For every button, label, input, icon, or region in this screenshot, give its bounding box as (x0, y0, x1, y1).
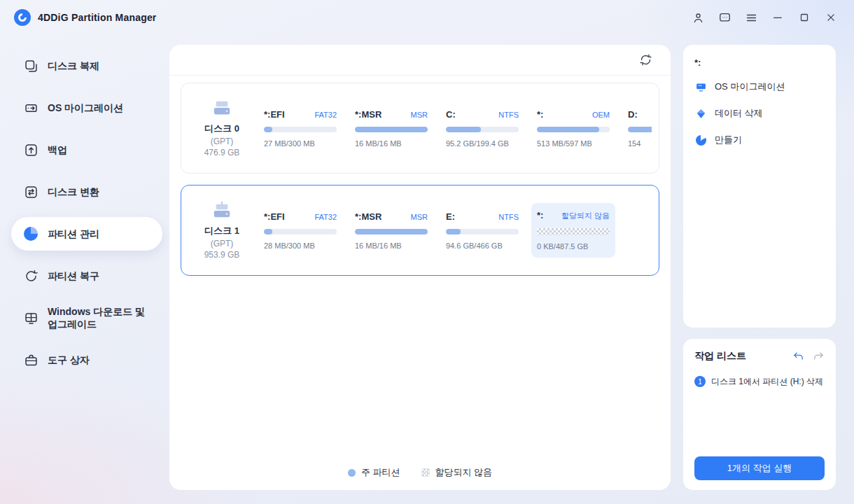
redo-icon[interactable] (813, 351, 825, 363)
sidebar-item-partition-recover[interactable]: 파티션 복구 (11, 259, 162, 293)
action-label: 만들기 (715, 134, 742, 146)
action-create-partition[interactable]: 만들기 (694, 134, 825, 146)
unallocated-icon (421, 468, 430, 477)
sidebar-item-label: 디스크 복제 (48, 59, 99, 72)
sidebar-item-label: 도구 상자 (48, 354, 90, 366)
legend-primary: 주 파티션 (348, 466, 400, 479)
sidebar-item-partition-manage[interactable]: 파티션 관리 (11, 217, 162, 251)
legend: 주 파티션 할당되지 않음 (169, 466, 671, 479)
partition-efi[interactable]: *:EFIFAT32 28 MB/300 MB (258, 204, 342, 257)
app-title: 4DDiG Partition Manager (38, 12, 157, 23)
partition-name: *:EFI (264, 109, 285, 120)
partition-list: *:EFIFAT32 27 MB/300 MB *:MSRMSR 16 MB/1… (258, 102, 652, 155)
sidebar-item-label: 파티션 관리 (48, 227, 99, 240)
partition-usage-bar (355, 127, 428, 132)
partition-fs: FAT32 (314, 213, 337, 221)
partition-actions-title: *: (694, 57, 825, 68)
partition-usage-text: 154 (628, 139, 652, 148)
partition-d[interactable]: D: 154 (622, 102, 652, 155)
maximize-button[interactable] (794, 7, 815, 28)
sidebar-item-toolbox[interactable]: 도구 상자 (11, 343, 162, 377)
os-migration-icon (22, 99, 39, 116)
partition-name: *: (537, 109, 543, 120)
minimize-button[interactable] (767, 7, 788, 28)
partition-usage-bar (628, 127, 652, 132)
partition-fs: FAT32 (314, 111, 337, 119)
partition-name: *: (537, 210, 543, 220)
legend-unallocated: 할당되지 않음 (421, 466, 493, 479)
partition-fs: NTFS (498, 213, 519, 221)
sidebar-item-label: Windows 다운로드 및 업그레이드 (48, 305, 151, 330)
partition-usage-text: 16 MB/16 MB (355, 139, 428, 148)
task-list-title: 작업 리스트 (694, 350, 746, 363)
sidebar-item-backup[interactable]: 백업 (11, 133, 162, 167)
feedback-icon[interactable] (714, 7, 735, 28)
partition-usage-bar (446, 127, 519, 132)
account-icon[interactable] (687, 7, 708, 28)
disk-info: 디스크 0 (GPT) 476.9 GB (186, 99, 258, 158)
sidebar-item-disk-convert[interactable]: 디스크 변환 (11, 175, 162, 209)
partition-name: *:EFI (264, 211, 285, 222)
right-panel: *: OS 마이그레이션 데이터 삭제 만들기 작업 리스트 (683, 45, 836, 490)
disk-icon (211, 201, 233, 220)
partition-name: *:MSR (355, 211, 382, 222)
sidebar-item-label: 파티션 복구 (48, 270, 99, 282)
menu-icon[interactable] (741, 7, 762, 28)
partition-usage-bar (355, 229, 428, 234)
disk-name: 디스크 1 (204, 225, 239, 237)
partition-msr[interactable]: *:MSRMSR 16 MB/16 MB (349, 102, 433, 155)
disk-clone-icon (22, 57, 39, 74)
os-migration-icon (694, 80, 707, 93)
partition-usage-bar (537, 127, 610, 132)
partition-actions-card: *: OS 마이그레이션 데이터 삭제 만들기 (683, 45, 836, 328)
partition-msr[interactable]: *:MSRMSR 16 MB/16 MB (349, 204, 433, 257)
titlebar: 4DDiG Partition Manager (0, 0, 854, 35)
partition-usage-bar (264, 229, 337, 234)
sidebar-item-windows-upgrade[interactable]: Windows 다운로드 및 업그레이드 (11, 301, 162, 335)
partition-usage-bar (264, 127, 337, 132)
partition-fs: 할당되지 않음 (561, 211, 610, 221)
disk-size: 476.9 GB (204, 148, 240, 158)
toolbox-icon (22, 351, 39, 368)
partition-unallocated-bar (537, 228, 610, 235)
refresh-icon[interactable] (636, 50, 655, 70)
sidebar-item-disk-clone[interactable]: 디스크 복제 (11, 49, 162, 83)
task-item: 1 디스크 1에서 파티션 (H:) 삭제 (694, 375, 825, 388)
partition-usage-text: 0 KB/487.5 GB (537, 242, 610, 251)
partition-name: D: (628, 109, 638, 120)
disk-icon (211, 99, 233, 118)
partition-name: E: (446, 211, 455, 222)
disk-row-1[interactable]: 디스크 1 (GPT) 953.9 GB *:EFIFAT32 28 MB/30… (181, 185, 659, 276)
app-logo-icon (14, 9, 31, 26)
partition-e[interactable]: E:NTFS 94.6 GB/466 GB (440, 204, 524, 257)
disk-scheme: (GPT) (211, 136, 234, 146)
partition-name: *:MSR (355, 109, 382, 120)
action-os-migration[interactable]: OS 마이그레이션 (694, 80, 825, 93)
data-erase-icon (694, 107, 707, 120)
partition-fs: MSR (411, 111, 428, 119)
primary-partition-icon (348, 469, 356, 477)
partition-fs: NTFS (498, 111, 519, 119)
partition-fs: OEM (592, 111, 610, 119)
sidebar: 디스크 복제 OS 마이그레이션 백업 디스크 변환 파티션 관리 (11, 45, 162, 490)
action-data-erase[interactable]: 데이터 삭제 (694, 107, 825, 120)
partition-oem[interactable]: *:OEM 513 MB/597 MB (531, 102, 615, 155)
disk-row-0[interactable]: 디스크 0 (GPT) 476.9 GB *:EFIFAT32 27 MB/30… (181, 83, 659, 174)
disk-scheme: (GPT) (211, 239, 234, 248)
backup-icon (22, 141, 39, 158)
partition-name: C: (446, 109, 456, 120)
undo-icon[interactable] (792, 351, 804, 363)
partition-usage-text: 16 MB/16 MB (355, 241, 428, 250)
partition-c[interactable]: C:NTFS 95.2 GB/199.4 GB (440, 102, 524, 155)
partition-efi[interactable]: *:EFIFAT32 27 MB/300 MB (258, 102, 342, 155)
close-button[interactable] (820, 7, 841, 28)
partition-usage-text: 95.2 GB/199.4 GB (446, 139, 519, 148)
partition-unallocated[interactable]: *:할당되지 않음 0 KB/487.5 GB (531, 203, 615, 258)
disk-name: 디스크 0 (204, 122, 239, 135)
sidebar-item-os-migration[interactable]: OS 마이그레이션 (11, 91, 162, 125)
execute-tasks-button[interactable]: 1개의 작업 실행 (694, 456, 825, 480)
partition-list: *:EFIFAT32 28 MB/300 MB *:MSRMSR 16 MB/1… (258, 203, 652, 258)
disk-panel: 디스크 0 (GPT) 476.9 GB *:EFIFAT32 27 MB/30… (169, 45, 671, 490)
disk-panel-header (169, 45, 671, 76)
sidebar-item-label: 디스크 변환 (48, 186, 99, 198)
